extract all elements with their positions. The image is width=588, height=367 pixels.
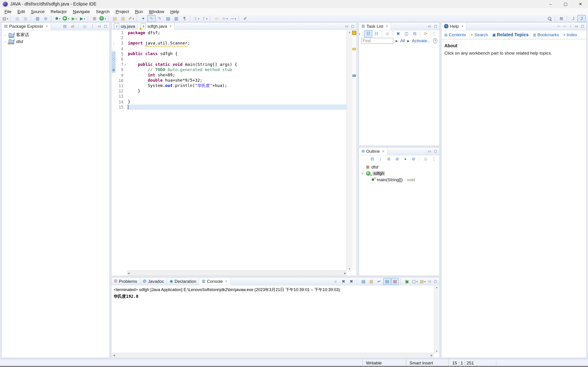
back-icon[interactable]: ⇦ xyxy=(213,15,221,22)
next-edit-location-icon[interactable]: ⇩▾ xyxy=(192,15,201,22)
maximize-view-icon[interactable]: ▢ xyxy=(103,23,108,29)
menu-source[interactable]: Source xyxy=(28,8,48,15)
code-line-10[interactable]: 10 double hua=she*9/5+32; xyxy=(111,78,347,83)
code-token[interactable]: hua=she*9/5+32; xyxy=(163,78,202,83)
run-icon[interactable]: ▶▾ xyxy=(62,15,70,22)
show-selected-element-icon[interactable]: ▥ xyxy=(172,15,180,22)
help-icon[interactable]: ? xyxy=(433,38,437,44)
new-java-project-icon[interactable]: ⊞ xyxy=(90,15,99,22)
minimize-view-icon[interactable]: ▭ xyxy=(574,23,579,29)
collapse-all-icon[interactable]: ⊟ xyxy=(61,23,69,30)
open-console-icon[interactable]: ▥ xyxy=(33,15,42,22)
annotation-cell[interactable] xyxy=(111,73,116,78)
code-text[interactable] xyxy=(128,56,347,62)
maximize-view-icon[interactable]: ▢ xyxy=(580,23,585,29)
sort-icon[interactable]: ↓ xyxy=(376,155,385,162)
profile-dropdown[interactable]: ▾ xyxy=(84,17,85,19)
code-text[interactable]: import java.util.Scanner; xyxy=(128,41,347,46)
code-token[interactable] xyxy=(170,62,173,67)
remove-all-launches-icon[interactable]: ✖ xyxy=(347,278,355,285)
profile-icon[interactable]: ▶▾ xyxy=(78,15,86,22)
code-editor[interactable]: 1package dfsf;2⚠3import java.util.Scanne… xyxy=(111,30,357,276)
maximize-view-icon[interactable]: ▢ xyxy=(350,23,355,29)
code-token[interactable] xyxy=(128,62,138,67)
code-token[interactable]: import xyxy=(128,41,143,46)
annotation-summary-icon[interactable] xyxy=(352,31,356,35)
code-token[interactable] xyxy=(153,62,155,67)
coverage-dropdown[interactable]: ▾ xyxy=(76,17,77,19)
code-token[interactable]: System. xyxy=(128,83,165,88)
index-link[interactable]: ≡Index xyxy=(563,32,577,37)
pin-editor-icon[interactable]: ✐ xyxy=(241,15,250,22)
annotation-cell[interactable] xyxy=(111,35,116,41)
console-horizontal-scrollbar[interactable]: ◀ ▶ xyxy=(112,353,434,357)
search-icon[interactable]: ✐▾ xyxy=(127,15,135,22)
console-vertical-scrollbar[interactable]: ▲ ▼ xyxy=(434,285,439,353)
code-token[interactable]: void xyxy=(173,62,182,67)
editor-horizontal-scrollbar[interactable]: ◀ ▶ xyxy=(127,270,347,276)
code-line-7[interactable]: 7⊖ public static void main(String[] args… xyxy=(111,62,347,67)
back-history-icon[interactable]: ⇦▾ xyxy=(221,15,229,22)
debug-dropdown[interactable]: ▾ xyxy=(59,17,61,19)
back-icon[interactable]: ⇦ xyxy=(556,23,561,29)
menu-navigate[interactable]: Navigate xyxy=(70,8,93,15)
search-dropdown[interactable]: ▾ xyxy=(133,17,134,19)
show-stderr-when-changed-icon[interactable]: ▤ xyxy=(391,278,399,285)
search-link[interactable]: ✦Search xyxy=(470,32,488,37)
menu-edit[interactable]: Edit xyxy=(15,8,28,15)
related-topics-link[interactable]: ▣Related Topics xyxy=(493,32,529,37)
maximize-view-icon[interactable]: ▢ xyxy=(433,23,438,29)
terminate-icon[interactable]: ■ xyxy=(332,278,339,285)
code-text[interactable]: } xyxy=(128,88,347,94)
code-token[interactable]: .println( xyxy=(173,83,195,88)
focus-on-active-task-icon[interactable]: ◎ xyxy=(81,23,89,30)
annotation-cell[interactable] xyxy=(111,51,116,56)
tab-console[interactable]: ▥Console✕ xyxy=(199,277,231,285)
menu-file[interactable]: File xyxy=(2,8,15,15)
synchronize-icon[interactable]: ⟳ xyxy=(422,30,430,37)
code-line-3[interactable]: ⚠3import java.util.Scanner; xyxy=(111,41,347,46)
show-stdout-when-changed-icon[interactable]: ▤ xyxy=(383,278,391,285)
hide-completed-tasks-icon[interactable]: ✖ xyxy=(394,30,402,37)
scheduled-view-icon[interactable]: ☷ xyxy=(372,30,380,37)
fold-collapse-icon[interactable]: ⊖ xyxy=(124,63,128,66)
annotation-cell[interactable]: ⚠ xyxy=(111,41,116,46)
contents-link[interactable]: ▤Contents xyxy=(444,32,466,37)
project-客家话[interactable]: ›J客家话 xyxy=(2,32,110,38)
remove-launch-icon[interactable]: ✖ xyxy=(340,278,347,285)
code-token[interactable]: class xyxy=(145,51,157,56)
java-ee-perspective-icon[interactable]: J xyxy=(569,15,578,22)
collapse-arrow-icon[interactable]: ∨ xyxy=(361,171,364,175)
last-edit-location-icon[interactable]: ✎ xyxy=(147,15,156,22)
link-with-editor-icon[interactable]: ⇄ xyxy=(69,23,77,30)
warning-overview-marker[interactable] xyxy=(353,48,356,50)
tab-package-explorer[interactable]: ▤ Package Explorer ✕ xyxy=(2,23,51,30)
task-overview-marker[interactable] xyxy=(353,75,356,77)
view-menu-icon[interactable]: ⋮ xyxy=(430,155,438,162)
toggle-breadcrumb-icon[interactable]: ▤ xyxy=(164,15,172,22)
code-token[interactable] xyxy=(128,73,148,77)
forward-dropdown[interactable]: ▾ xyxy=(235,17,236,19)
new-task-icon[interactable]: ▤▾ xyxy=(359,30,362,37)
tab-task-list[interactable]: ▥ Task List ✕ xyxy=(359,23,391,30)
code-line-12[interactable]: 12 } xyxy=(111,88,347,94)
code-token[interactable]: java.util.Scanner xyxy=(145,41,187,46)
code-text[interactable]: // TODO Auto-generated method stub xyxy=(128,67,347,73)
forward-icon[interactable]: ⇨ xyxy=(562,23,567,29)
code-token[interactable]: TODO xyxy=(155,67,165,72)
editor-tab-sdfgh.java[interactable]: Jsdfgh.java✕ xyxy=(138,23,175,30)
editor-vertical-scrollbar[interactable]: ▲ ▼ xyxy=(346,30,352,271)
open-perspective-icon[interactable]: ⊞ xyxy=(557,15,565,22)
menu-run[interactable]: Run xyxy=(132,8,146,15)
close-view-icon[interactable]: ✕ xyxy=(386,25,388,28)
bookmarks-link[interactable]: ▥Bookmarks xyxy=(533,32,559,37)
annotation-cell[interactable] xyxy=(111,56,116,62)
code-line-14[interactable]: 14} xyxy=(111,99,347,104)
code-token[interactable]: she=89; xyxy=(155,73,175,77)
code-token[interactable]: ; xyxy=(187,41,190,46)
word-wrap-icon[interactable]: ↵ xyxy=(375,278,383,285)
scroll-up-icon[interactable]: ▲ xyxy=(435,285,439,289)
warning-marker-icon[interactable]: ⚠ xyxy=(113,42,115,45)
scroll-down-icon[interactable]: ▼ xyxy=(347,267,352,271)
editor-tab-uiy.java[interactable]: Juiy.java xyxy=(111,23,138,30)
